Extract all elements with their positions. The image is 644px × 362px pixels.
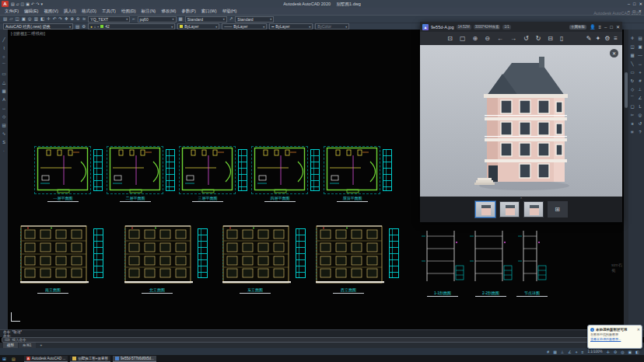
filmstrip-collapse-icon[interactable]: ⌃ — [520, 197, 523, 201]
explode-icon[interactable]: ✳ — [631, 130, 635, 135]
doc-minimize-button[interactable]: – — [628, 8, 630, 15]
edit-icon[interactable]: ✎ — [586, 33, 592, 44]
menu-item[interactable]: 修改(M) — [161, 9, 176, 14]
trim-icon[interactable]: ✂ — [631, 113, 635, 118]
paste-icon[interactable]: ◧ — [40, 16, 44, 23]
fullscreen-icon[interactable]: ⊡ — [447, 33, 453, 44]
viewer-minimize-button[interactable]: – — [604, 23, 607, 31]
layer-states-icon[interactable]: ⚙ — [82, 23, 86, 30]
floor-plan-drawing[interactable]: 屋顶平面图 — [324, 144, 394, 210]
view-icon[interactable]: ◎ — [639, 113, 642, 118]
taskbar-button[interactable]: 别墅施工图+效果图 — [70, 356, 110, 362]
user-account-icon[interactable]: 👤 — [590, 23, 596, 31]
menu-item[interactable]: 文件(F) — [5, 9, 19, 14]
workspace-gear-icon[interactable]: ⚙ — [614, 349, 617, 355]
delete-icon[interactable]: ⊟ — [548, 33, 553, 44]
layer-properties-icon[interactable]: ▤ — [75, 23, 79, 30]
mleader-style-select[interactable]: Standard▾ — [235, 16, 274, 23]
copy-icon[interactable]: ▥ — [34, 16, 38, 23]
menu-item[interactable]: 标注(N) — [142, 9, 156, 14]
block-icon[interactable]: ◇ — [2, 114, 5, 120]
measure-icon[interactable]: ↔ — [638, 61, 642, 67]
send-to-phone-icon[interactable]: ▯ — [560, 33, 563, 44]
elevation-drawing[interactable]: 北立面图 — [123, 224, 222, 297]
hatch-icon[interactable]: ▦ — [2, 89, 5, 94]
elevation-drawing[interactable]: 东立面图 — [221, 224, 320, 297]
grid-icon[interactable]: # — [639, 78, 641, 84]
more-tools-icon[interactable]: ≡ — [614, 33, 618, 44]
notification-close-icon[interactable]: ✕ — [637, 327, 640, 332]
new-icon[interactable]: ▤ — [3, 16, 7, 23]
image-thumbnail[interactable] — [475, 201, 495, 218]
point-icon[interactable]: · — [3, 148, 5, 154]
revision-cloud-icon[interactable]: ∿ — [2, 131, 6, 137]
viewer-titlebar[interactable]: ▲ 9e55d-A.jpg 14.52M 3000*4244像素 1/1 十周年… — [420, 22, 622, 32]
close-button[interactable]: ✕ — [639, 1, 642, 8]
ortho-icon[interactable]: ⊥ — [639, 87, 642, 92]
dimension-icon[interactable]: ↔ — [2, 106, 6, 111]
floor-plan-drawing[interactable]: 二层平面图 — [107, 144, 177, 210]
fit-window-icon[interactable]: ▢ — [460, 33, 466, 44]
menu-item[interactable]: 帮助(H) — [222, 9, 237, 14]
layer-icon[interactable]: ▤ — [638, 36, 642, 41]
erase-icon[interactable]: ╲ — [631, 61, 633, 67]
floor-plan-drawing[interactable]: 三层平面图 — [179, 144, 249, 210]
preview-icon[interactable]: ◎ — [28, 16, 32, 23]
print-icon[interactable]: ▣ — [22, 16, 26, 23]
linetype-icon[interactable]: — — [638, 53, 642, 58]
osnap-icon[interactable]: ⌖ — [576, 349, 578, 355]
image-close-button[interactable]: ✕ — [610, 49, 618, 57]
layer-freeze-icon[interactable]: ○ — [94, 25, 96, 29]
line-icon[interactable]: ╱ — [2, 37, 5, 43]
settings-icon[interactable]: ⚙ — [604, 33, 610, 44]
menu-item[interactable]: 绘图(D) — [121, 9, 136, 14]
polygon-icon[interactable]: △ — [2, 80, 5, 85]
stretch-icon[interactable]: ▭ — [630, 70, 634, 75]
doc-close-button[interactable]: ✕ — [639, 8, 642, 15]
section-drawing[interactable]: 2-2剖面图 — [468, 227, 513, 298]
viewer-menu-icon[interactable]: ≡ — [598, 23, 601, 31]
rotate-icon[interactable]: ↻ — [631, 78, 635, 84]
pan-icon[interactable]: ✥ — [65, 16, 68, 23]
ucs-icon[interactable]: L — [639, 104, 641, 110]
arc-icon[interactable]: ⌒ — [2, 63, 6, 68]
thumbnail-grid-view-button[interactable]: ⊞ — [548, 201, 568, 218]
mirror-icon[interactable]: ◇ — [631, 87, 634, 92]
floor-plan-drawing[interactable]: 一层平面图 — [34, 144, 104, 210]
section-drawing[interactable]: 1-1剖面图 — [420, 227, 465, 298]
table-icon[interactable]: ▤ — [2, 123, 5, 128]
command-customize-icon[interactable]: ⌨ — [5, 338, 10, 342]
open-file-icon[interactable]: ▱ — [16, 1, 19, 7]
text-style-select[interactable]: YQ_TEXT▾ — [88, 16, 130, 23]
menu-item[interactable]: 工具(T) — [102, 9, 116, 14]
notification-link[interactable]: 查看未协调的新图层... — [590, 337, 640, 341]
elevation-drawing[interactable]: 西立面图 — [314, 224, 414, 297]
start-button-icon[interactable]: ⊞ — [2, 356, 6, 361]
section-drawing[interactable]: 节点详图 — [516, 227, 548, 298]
zoom-in-icon[interactable]: ⊕ — [473, 33, 478, 44]
maximize-button[interactable]: □ — [633, 1, 635, 8]
save-icon[interactable]: ◫ — [15, 16, 19, 23]
menu-item[interactable]: 视图(V) — [44, 9, 58, 14]
rotate-left-icon[interactable]: ↺ — [523, 33, 529, 44]
viewport-controls-label[interactable]: [-][俯视][二维线框] — [11, 31, 45, 37]
polyline-icon[interactable]: ⌇ — [3, 46, 5, 51]
command-input[interactable]: ⌨ 键入命令 — [2, 337, 642, 343]
snap-icon[interactable]: ▦ — [553, 349, 557, 355]
next-image-icon[interactable]: → — [510, 33, 516, 44]
lineweight-select[interactable]: ━ ByLayer▾ — [269, 23, 313, 30]
image-thumbnail[interactable] — [523, 201, 544, 218]
plot-icon[interactable]: ▣ — [26, 1, 30, 7]
layer-color-swatch[interactable] — [100, 25, 103, 28]
polar-tracking-icon[interactable]: ∠ — [568, 349, 571, 355]
annotation-visibility-icon[interactable]: ✛ — [606, 349, 609, 355]
new-layout-button[interactable]: + — [37, 343, 47, 348]
workspace-dropdown-icon[interactable]: ▾ — [40, 1, 43, 7]
color-select[interactable]: ByLayer▾ — [177, 23, 219, 30]
file-explorer-icon[interactable]: ▤ — [12, 357, 16, 361]
move-icon[interactable]: ✛ — [631, 36, 635, 41]
redo-icon[interactable]: ↷ — [58, 16, 62, 23]
rectangle-icon[interactable]: ▭ — [2, 71, 5, 77]
image-thumbnail[interactable] — [499, 201, 520, 218]
menu-item[interactable]: 编辑(E) — [24, 9, 38, 14]
